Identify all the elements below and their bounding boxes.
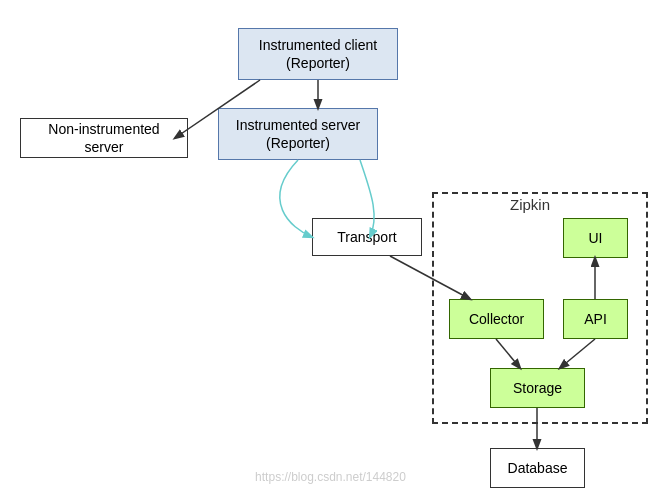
- database-box: Database: [490, 448, 585, 488]
- watermark: https://blog.csdn.net/144820: [255, 470, 406, 484]
- non-instrumented-server-box: Non-instrumented server: [20, 118, 188, 158]
- collector-box: Collector: [449, 299, 544, 339]
- ui-label: UI: [589, 229, 603, 247]
- collector-label: Collector: [469, 310, 524, 328]
- instrumented-client-label: Instrumented client(Reporter): [259, 36, 377, 72]
- non-instrumented-server-label: Non-instrumented server: [31, 120, 177, 156]
- instrumented-client-box: Instrumented client(Reporter): [238, 28, 398, 80]
- instrumented-server-box: Instrumented server(Reporter): [218, 108, 378, 160]
- database-label: Database: [508, 459, 568, 477]
- storage-box: Storage: [490, 368, 585, 408]
- api-label: API: [584, 310, 607, 328]
- ui-box: UI: [563, 218, 628, 258]
- zipkin-label: Zipkin: [510, 196, 550, 213]
- storage-label: Storage: [513, 379, 562, 397]
- instrumented-server-label: Instrumented server(Reporter): [236, 116, 361, 152]
- api-box: API: [563, 299, 628, 339]
- transport-box: Transport: [312, 218, 422, 256]
- architecture-diagram: Zipkin Instrumented client(Reporter) Non…: [0, 0, 661, 504]
- transport-label: Transport: [337, 228, 396, 246]
